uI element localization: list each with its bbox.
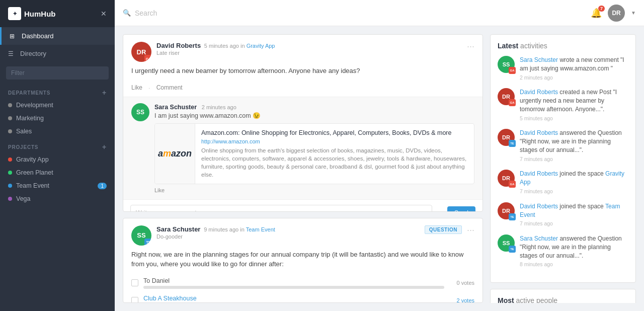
space-badge: GA [144,55,151,62]
projects-header: PROJECTS + [0,138,115,153]
cloud-icon: ☁ [436,209,443,212]
comment-block: SS Sara Schuster 2 minutes ago I am just… [123,97,482,200]
link-preview-info: Amazon.com: Online Shopping for Electron… [195,124,474,184]
poll-bar-1 [143,286,444,289]
activity-badge: TE [509,246,516,253]
link-preview-url[interactable]: http://www.amazon.com [201,138,468,144]
post-subtitle: Late riser [156,50,462,56]
content-area: DR GA David Roberts 5 minutes ago in Gra… [115,26,644,311]
activity-item: DR TE David Roberts joined the space Tea… [498,202,628,227]
most-active-card: Most active people DR MJ SS Get a list [490,289,636,303]
poll-label-1: To Daniel [143,277,444,284]
filter-input[interactable] [6,66,109,80]
activity-author[interactable]: Sara Schuster [520,56,558,63]
notifications-button[interactable]: 🔔 7 [591,8,602,19]
team-event-badge: 1 [98,183,107,189]
comment-body: Sara Schuster 2 minutes ago I am just sa… [154,103,474,194]
project-label: Vega [16,195,31,202]
activity-time: 7 minutes ago [520,156,628,163]
comment-input[interactable] [130,205,432,212]
sidebar-item-label: Dashboard [22,32,54,40]
activity-avatar: DR TE [498,202,515,219]
post-content-2: Right now, we are in the planning stages… [123,250,482,274]
comment-like-button[interactable]: Like [154,187,474,193]
activity-author[interactable]: David Roberts [520,203,558,210]
activity-item: SS GA Sara Schuster wrote a new comment … [498,56,628,81]
link-preview: amazon Amazon.com: Online Shopping for E… [154,123,474,185]
search-box: 🔍 [123,9,591,17]
post-more-button[interactable]: ··· [467,42,474,51]
send-button[interactable]: Send [447,206,475,212]
sidebar-item-label: Directory [20,50,46,57]
activity-author[interactable]: David Roberts [520,89,558,96]
sidebar-item-development[interactable]: Development [0,99,115,112]
sidebar-item-green-planet[interactable]: Green Planet [0,166,115,179]
post-actions: Like · Comment [123,81,482,97]
latest-activities-card: Latest activities SS GA Sara Schuster wr… [490,34,636,283]
space-badge-2: TE [144,239,151,246]
sidebar-item-sales[interactable]: Sales [0,125,115,138]
sidebar-item-gravity-app[interactable]: Gravity App [0,153,115,166]
right-panel: Latest activities SS GA Sara Schuster wr… [490,34,636,303]
comment-button[interactable]: Comment [156,84,183,92]
chevron-down-icon[interactable]: ▼ [631,10,636,16]
departments-header: DEPARTMENTS + [0,84,115,99]
add-department-button[interactable]: + [102,89,107,97]
logo-text: HumHub [24,10,56,18]
activity-author[interactable]: Sara Schuster [520,235,558,242]
comment-avatar: SS [131,103,149,121]
sidebar-item-vega[interactable]: Vega [0,192,115,205]
notif-badge: 7 [598,6,605,12]
sidebar-item-marketing[interactable]: Marketing [0,112,115,125]
comment-time: 2 minutes ago [202,104,236,110]
activity-time: 7 minutes ago [520,220,628,227]
post-more-button-2[interactable]: ··· [467,225,474,235]
user-avatar-button[interactable]: DR [608,5,625,22]
post-space-link-2[interactable]: Team Event [246,226,275,232]
poll-checkbox-2[interactable] [131,297,138,303]
activity-text: David Roberts created a new Post "I urge… [520,88,628,122]
close-icon[interactable]: ✕ [101,10,107,18]
activity-text: David Roberts joined the space Gravity A… [520,170,628,195]
poll-option-2: Club A Steakhouse 2 votes [123,292,482,303]
activity-time: 5 minutes ago [520,115,628,122]
like-button[interactable]: Like [131,84,142,92]
activity-avatar: SS TE [498,235,515,252]
post-avatar: DR GA [131,42,151,62]
comment-text: I am just saying www.amazon.com 😉 [154,112,474,119]
sidebar-item-team-event[interactable]: Team Event 1 [0,179,115,192]
amazon-logo: amazon [158,148,192,159]
post-author-2: Sara Schuster [156,225,200,233]
post-space-link[interactable]: Gravity App [247,43,275,49]
post-meta: David Roberts 5 minutes ago in Gravity A… [156,42,462,56]
post-subtitle-2: Do-gooder [156,234,420,240]
activity-avatar: SS GA [498,56,515,73]
activity-time: 2 minutes ago [520,74,628,82]
activity-avatar: DR GA [498,170,515,187]
search-input[interactable] [135,9,286,17]
post-time-2: 9 minutes ago in Team Event [202,226,275,232]
post-avatar-2: SS TE [131,225,151,246]
sidebar-item-dashboard[interactable]: ⊞ Dashboard [0,27,115,45]
poll-checkbox-1[interactable] [131,279,138,286]
activity-author[interactable]: David Roberts [520,170,558,177]
poll-bar-wrap-1: To Daniel [143,277,444,289]
link-preview-image: amazon [155,124,195,184]
sidebar: ✦ HumHub ✕ ⊞ Dashboard ☰ Directory DEPAR… [0,0,115,311]
add-project-button[interactable]: + [102,143,107,151]
dot-icon [8,171,12,175]
activity-author[interactable]: David Roberts [520,129,558,136]
activity-item: SS TE Sara Schuster answered the Questio… [498,235,628,268]
logo[interactable]: ✦ HumHub [8,7,56,20]
poll-bar-wrap-2: Club A Steakhouse [143,295,444,303]
user-initials: DR [612,10,620,17]
activity-text: David Roberts joined the space Team Even… [520,202,628,227]
activity-avatar: DR TE [498,129,515,146]
comment-author: Sara Schuster [154,104,197,111]
dept-label: Development [16,102,53,109]
main-area: 🔍 🔔 7 DR ▼ DR GA [115,0,644,311]
poll-option-1: To Daniel 0 votes [123,274,482,292]
activity-item: DR GA David Roberts created a new Post "… [498,88,628,122]
activity-time: 7 minutes ago [520,188,628,195]
sidebar-item-directory[interactable]: ☰ Directory [0,45,115,62]
